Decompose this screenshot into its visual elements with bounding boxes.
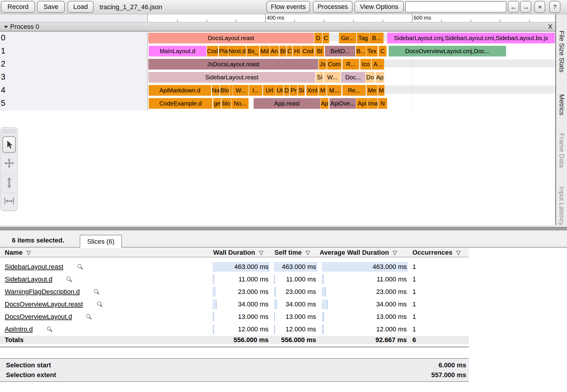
- column-header-wall-duration[interactable]: Wall Duration▽: [213, 248, 263, 257]
- record-button[interactable]: Record: [1, 1, 35, 13]
- trace-slice[interactable]: Re...: [343, 85, 366, 96]
- magnifier-icon[interactable]: [86, 314, 92, 320]
- magnifier-icon[interactable]: [93, 289, 100, 295]
- timing-tool-button[interactable]: [1, 193, 17, 208]
- trace-slice[interactable]: Cod: [301, 46, 315, 56]
- trace-slice[interactable]: A...: [372, 59, 384, 70]
- trace-slice[interactable]: Md: [260, 46, 269, 56]
- trace-slice[interactable]: ApiMarkdown.d: [149, 85, 211, 96]
- magnifier-icon[interactable]: [66, 276, 73, 283]
- trace-slice[interactable]: C: [378, 46, 387, 56]
- trace-slice[interactable]: Next.d: [228, 46, 246, 56]
- trace-slice[interactable]: Si: [298, 85, 305, 96]
- trace-slice[interactable]: B...: [356, 46, 366, 56]
- trace-slice[interactable]: C: [323, 33, 329, 43]
- trace-slice[interactable]: D: [284, 85, 289, 96]
- side-tab-frame-data[interactable]: Frame Data: [558, 133, 566, 168]
- slice-name-link[interactable]: SidebarLayout.reast: [5, 263, 63, 271]
- slice-name-link[interactable]: ApiIntro.d: [5, 325, 33, 333]
- trace-slice[interactable]: SidebarLayout.reast: [148, 72, 315, 83]
- trace-slice[interactable]: I...: [249, 85, 262, 96]
- trace-slice[interactable]: Com: [327, 59, 341, 70]
- trace-slice[interactable]: Ap: [321, 98, 329, 109]
- panel-splitter[interactable]: [0, 225, 567, 231]
- trace-slice[interactable]: [230, 85, 233, 96]
- trace-slice[interactable]: Hi: [293, 46, 301, 56]
- flow-events-button[interactable]: Flow events: [266, 1, 310, 13]
- trace-slice[interactable]: Na: [212, 85, 219, 96]
- trace-slice[interactable]: B...: [370, 33, 384, 43]
- timeline-ruler[interactable]: 400 ms600 ms: [147, 14, 555, 22]
- trace-slice[interactable]: Ima: [368, 98, 378, 109]
- save-button[interactable]: Save: [37, 1, 65, 13]
- slices-tab[interactable]: Slices (6): [80, 235, 122, 248]
- trace-slice[interactable]: Pla: [219, 46, 228, 56]
- trace-slice[interactable]: C: [287, 46, 292, 56]
- side-tab-input-latency[interactable]: Input Latency: [558, 186, 566, 226]
- trace-slice[interactable]: DocsLayout.reast: [148, 33, 314, 43]
- slice-name-link[interactable]: DocsOverviewLayout.reast: [5, 300, 83, 308]
- trace-slice[interactable]: CodeExample.d: [149, 98, 212, 109]
- trace-slice[interactable]: Url: [263, 85, 276, 96]
- trace-slice[interactable]: Bl: [279, 46, 286, 56]
- trace-slice[interactable]: Cod: [207, 46, 218, 56]
- trace-slice[interactable]: M: [319, 85, 326, 96]
- process-close-button[interactable]: X: [547, 22, 554, 31]
- trace-slice[interactable]: Js: [319, 59, 326, 70]
- zoom-tool-button[interactable]: [1, 175, 17, 191]
- selection-tool-icon[interactable]: [1, 137, 17, 153]
- trace-slice[interactable]: Bl: [315, 46, 324, 56]
- trace-slice[interactable]: M...: [327, 85, 341, 96]
- column-header-average-wall-duration[interactable]: Average Wall Duration▽: [320, 248, 397, 257]
- trace-slice[interactable]: ge: [213, 98, 221, 109]
- trace-slice[interactable]: N: [378, 98, 387, 109]
- view-options-button[interactable]: View Options: [354, 1, 404, 13]
- trace-slice[interactable]: Api: [356, 98, 368, 109]
- trace-slice[interactable]: Do: [365, 72, 375, 83]
- slice-name-link[interactable]: SidebarLayout.d: [5, 275, 52, 283]
- magnifier-icon[interactable]: [46, 326, 53, 333]
- trace-slice[interactable]: App.reast: [254, 98, 320, 109]
- process-header[interactable]: Process 0 X: [0, 22, 555, 32]
- pan-tool-button[interactable]: [1, 155, 17, 171]
- more-options-button[interactable]: »: [534, 1, 545, 13]
- trace-slice[interactable]: JsDocsLayout.reast: [148, 59, 318, 70]
- magnifier-icon[interactable]: [97, 301, 103, 308]
- find-input[interactable]: [405, 1, 506, 12]
- trace-slice[interactable]: DocsOverviewLayout.cmj,Doc...: [389, 46, 506, 56]
- flame-chart-canvas[interactable]: DocsLayout.reastDCGe...TagB...SidebarLay…: [148, 32, 555, 111]
- trace-slice[interactable]: W...: [324, 72, 340, 83]
- trace-slice[interactable]: No...: [231, 98, 249, 109]
- trace-slice[interactable]: R...: [343, 59, 359, 70]
- trace-slice[interactable]: SidebarLayout.cmj,SidebarLayout.cmi,Side…: [387, 33, 555, 43]
- slice-name-link[interactable]: WarningFlagDescription.d: [5, 288, 80, 296]
- trace-slice[interactable]: An: [270, 46, 279, 56]
- trace-slice[interactable]: Blo: [220, 85, 229, 96]
- collapse-triangle-icon[interactable]: [4, 26, 8, 28]
- side-tab-metrics[interactable]: Metrics: [558, 94, 566, 115]
- palette-grip[interactable]: [3, 129, 15, 134]
- trace-slice[interactable]: Bs_: [246, 46, 259, 56]
- trace-slice[interactable]: Ico: [360, 59, 371, 70]
- trace-slice[interactable]: MainLayout.d: [149, 46, 206, 56]
- trace-slice[interactable]: Tex: [366, 46, 378, 56]
- trace-slice[interactable]: Ut: [276, 85, 283, 96]
- column-header-name[interactable]: Name▽: [5, 248, 31, 257]
- trace-slice[interactable]: Pr: [290, 85, 297, 96]
- trace-slice[interactable]: Ge...: [339, 33, 356, 43]
- trace-slice[interactable]: blo: [222, 98, 231, 109]
- column-header-self-time[interactable]: Self time▽: [274, 248, 310, 257]
- slice-name-link[interactable]: DocsOverviewLayout.d: [5, 313, 72, 321]
- trace-slice[interactable]: M: [378, 85, 384, 96]
- trace-slice[interactable]: Si: [316, 72, 323, 83]
- trace-slice[interactable]: Xml: [306, 85, 318, 96]
- trace-slice[interactable]: Doc...: [341, 72, 365, 83]
- help-button[interactable]: ?: [549, 1, 560, 13]
- magnifier-icon[interactable]: [77, 264, 84, 270]
- trace-slice[interactable]: Tag: [357, 33, 369, 43]
- load-button[interactable]: Load: [67, 1, 94, 13]
- trace-slice[interactable]: Me: [367, 85, 378, 96]
- trace-slice[interactable]: ApiOve...: [329, 98, 356, 109]
- column-header-occurrences[interactable]: Occurrences▽: [412, 248, 461, 257]
- trace-slice[interactable]: BeltD...: [325, 46, 355, 56]
